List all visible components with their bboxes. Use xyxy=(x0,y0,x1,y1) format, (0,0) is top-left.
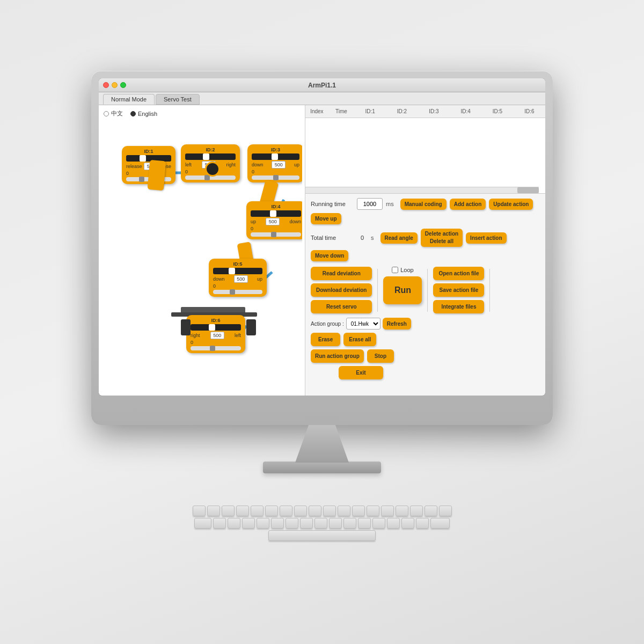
key xyxy=(213,518,226,529)
key xyxy=(268,530,376,541)
save-action-file-button[interactable]: Save action file xyxy=(433,283,484,297)
file-buttons-col: Open action file Save action file Integr… xyxy=(433,267,484,313)
col-id2: ID:2 xyxy=(386,107,418,115)
minimize-btn[interactable] xyxy=(112,82,118,88)
close-btn[interactable] xyxy=(103,82,109,88)
key xyxy=(381,506,394,516)
maximize-btn[interactable] xyxy=(120,82,126,88)
key xyxy=(228,518,240,529)
title-bar: ArmPi1.1 xyxy=(99,78,545,92)
open-action-file-button[interactable]: Open action file xyxy=(433,267,484,280)
key xyxy=(271,518,284,529)
exit-button[interactable]: Exit xyxy=(339,366,383,379)
action-group-row: Action group : 01.Hwk Refresh xyxy=(311,318,411,330)
action-group-col: Action group : 01.Hwk Refresh Erase Er xyxy=(311,318,411,379)
table-body xyxy=(305,118,545,182)
scrollbar-horizontal[interactable] xyxy=(305,187,539,193)
manual-coding-button[interactable]: Manual coding xyxy=(400,199,447,210)
middle-col: Loop Run xyxy=(383,267,422,304)
move-up-button[interactable]: Move up xyxy=(311,213,341,224)
key xyxy=(352,506,365,516)
key xyxy=(257,518,269,529)
run-action-group-button[interactable]: Run action group xyxy=(311,349,364,363)
key xyxy=(367,506,379,516)
erase-all-button[interactable]: Erase all xyxy=(343,333,376,346)
robot-joint-1 xyxy=(205,162,220,177)
wheel-left xyxy=(181,319,191,335)
key xyxy=(387,518,400,529)
key xyxy=(194,518,211,529)
key xyxy=(430,518,450,529)
app-window: ArmPi1.1 Normal Mode Servo Test xyxy=(99,78,545,396)
total-time-unit: s xyxy=(371,235,374,241)
monitor-bottom-bar xyxy=(306,416,338,420)
action-group-select[interactable]: 01.Hwk xyxy=(346,318,380,330)
reset-servo-button[interactable]: Reset servo xyxy=(311,300,372,313)
key xyxy=(222,506,235,516)
key xyxy=(265,506,278,516)
key xyxy=(358,518,371,529)
key xyxy=(329,518,342,529)
refresh-button[interactable]: Refresh xyxy=(383,318,411,330)
col-id5: ID:5 xyxy=(481,107,513,115)
right-panel: Index Time ID:1 ID:2 ID:3 ID:4 ID:5 ID:6 xyxy=(305,105,545,396)
key xyxy=(193,506,206,516)
tab-normal-mode[interactable]: Normal Mode xyxy=(103,94,155,105)
servo-block-3: ID:3 down 500 up 0 xyxy=(247,144,302,182)
total-time-value: 0 xyxy=(357,235,368,241)
delete-action-button[interactable]: Delete actionDelete all xyxy=(421,229,463,247)
servo-block-6: ID:6 right 500 left 0 xyxy=(186,315,245,353)
read-angle-button[interactable]: Read angle xyxy=(380,232,418,244)
table-area: Index Time ID:1 ID:2 ID:3 ID:4 ID:5 ID:6 xyxy=(305,105,545,194)
key xyxy=(236,506,249,516)
total-time-row: Total time 0 s Read angle Delete actionD… xyxy=(311,229,540,261)
action-group-label: Action group : xyxy=(311,321,344,327)
insert-action-button[interactable]: Insert action xyxy=(466,232,506,244)
servo-block-5: ID:5 down 500 up 0 xyxy=(209,259,267,297)
servo-canvas: ID:1 release 500 close 0 xyxy=(101,122,302,393)
running-time-unit: ms xyxy=(386,201,394,207)
key xyxy=(410,506,423,516)
update-action-button[interactable]: Update action xyxy=(489,199,533,210)
key xyxy=(280,506,292,516)
key xyxy=(439,506,452,516)
key xyxy=(396,506,408,516)
key xyxy=(207,506,220,516)
servo-block-4: ID:4 up 500 down 0 xyxy=(246,201,302,239)
main-content: 中文 English xyxy=(99,105,545,396)
col-id3: ID:3 xyxy=(418,107,450,115)
loop-checkbox[interactable] xyxy=(392,267,398,273)
key xyxy=(372,518,385,529)
app-title: ArmPi1.1 xyxy=(308,82,336,89)
monitor-base xyxy=(263,462,381,473)
key xyxy=(309,506,321,516)
integrate-files-button[interactable]: Integrate files xyxy=(433,300,484,313)
screen-bezel: ArmPi1.1 Normal Mode Servo Test xyxy=(99,78,545,396)
lang-chinese[interactable]: 中文 xyxy=(104,109,123,118)
key xyxy=(323,506,336,516)
divider-3 xyxy=(489,269,490,312)
running-time-input[interactable] xyxy=(357,198,383,210)
key xyxy=(425,506,437,516)
stop-button[interactable]: Stop xyxy=(367,349,394,363)
loop-label: Loop xyxy=(400,267,413,273)
key xyxy=(401,518,414,529)
key xyxy=(343,518,356,529)
add-action-button[interactable]: Add action xyxy=(450,199,486,210)
col-id4: ID:4 xyxy=(450,107,481,115)
move-down-button[interactable]: Move down xyxy=(311,250,348,261)
read-deviation-button[interactable]: Read deviation xyxy=(311,267,372,280)
run-button[interactable]: Run xyxy=(383,276,422,304)
monitor-stand xyxy=(295,425,349,463)
col-time: Time xyxy=(328,107,354,115)
tab-servo-test[interactable]: Servo Test xyxy=(156,94,200,105)
lang-english[interactable]: English xyxy=(130,109,157,118)
key xyxy=(242,518,255,529)
download-deviation-button[interactable]: Download deviation xyxy=(311,283,372,297)
erase-button[interactable]: Erase xyxy=(311,333,340,346)
keyboard xyxy=(166,506,478,541)
bottom-buttons-row: Read deviation Download deviation Reset … xyxy=(311,267,540,379)
key xyxy=(300,518,313,529)
col-id1: ID:1 xyxy=(354,107,386,115)
loop-row: Loop xyxy=(392,267,413,273)
